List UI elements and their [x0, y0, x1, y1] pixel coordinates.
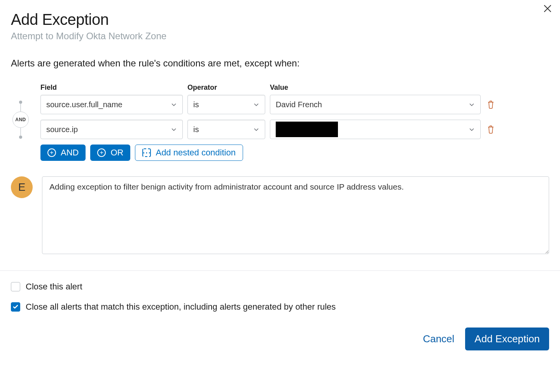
cancel-button[interactable]: Cancel [423, 333, 454, 345]
field-select[interactable]: source.ip [40, 120, 183, 139]
add-exception-button[interactable]: Add Exception [465, 328, 549, 350]
add-or-button[interactable]: + OR [90, 145, 130, 161]
value-select-value: David French [276, 100, 322, 109]
chevron-down-icon [469, 101, 475, 108]
intro-text: Alerts are generated when the rule's con… [11, 58, 549, 69]
comment-input[interactable]: Adding exception to filter benign activi… [42, 176, 549, 254]
logic-track: AND [11, 101, 30, 139]
chevron-down-icon [253, 101, 259, 108]
close-this-alert-checkbox[interactable] [11, 282, 20, 291]
field-select[interactable]: source.user.full_name [40, 95, 183, 114]
modal-title: Add Exception [11, 11, 549, 28]
plus-circle-icon: + [97, 148, 106, 157]
col-header-field: Field [40, 84, 183, 92]
delete-row-button[interactable] [485, 99, 496, 110]
track-dot-top [19, 101, 22, 104]
field-select-value: source.ip [46, 125, 78, 134]
redacted-value [276, 122, 338, 137]
add-nested-button[interactable]: ⋯ Add nested condition [135, 145, 243, 161]
close-icon[interactable] [543, 4, 552, 13]
add-and-button[interactable]: + AND [40, 145, 86, 161]
value-select[interactable]: David French [270, 95, 481, 114]
close-this-alert-label: Close this alert [26, 282, 82, 292]
col-header-operator: Operator [187, 84, 265, 92]
close-all-alerts-label: Close all alerts that match this excepti… [26, 302, 336, 312]
condition-row: source.ip is [40, 120, 549, 139]
add-exception-modal: Add Exception Attempt to Modify Okta Net… [0, 0, 560, 392]
plus-circle-icon: + [47, 148, 56, 157]
condition-row: source.user.full_name is David French [40, 95, 549, 114]
logic-badge: AND [12, 112, 29, 128]
track-line [20, 128, 21, 136]
modal-subtitle: Attempt to Modify Okta Network Zone [11, 31, 549, 42]
user-avatar: E [11, 176, 33, 198]
add-nested-label: Add nested condition [156, 148, 236, 158]
operator-select[interactable]: is [187, 95, 265, 114]
value-select[interactable] [270, 120, 481, 139]
track-dot-bottom [19, 136, 22, 139]
chevron-down-icon [469, 126, 475, 132]
operator-select[interactable]: is [187, 120, 265, 139]
delete-row-button[interactable] [485, 124, 496, 135]
operator-select-value: is [193, 125, 199, 134]
col-header-value: Value [270, 84, 481, 92]
chevron-down-icon [171, 101, 177, 108]
chevron-down-icon [253, 126, 259, 132]
field-select-value: source.user.full_name [46, 100, 122, 109]
add-and-label: AND [61, 148, 79, 158]
nested-icon: ⋯ [142, 148, 151, 157]
track-line [20, 104, 21, 112]
operator-select-value: is [193, 100, 199, 109]
close-all-alerts-checkbox[interactable] [11, 302, 20, 312]
chevron-down-icon [171, 126, 177, 132]
add-or-label: OR [110, 148, 123, 158]
